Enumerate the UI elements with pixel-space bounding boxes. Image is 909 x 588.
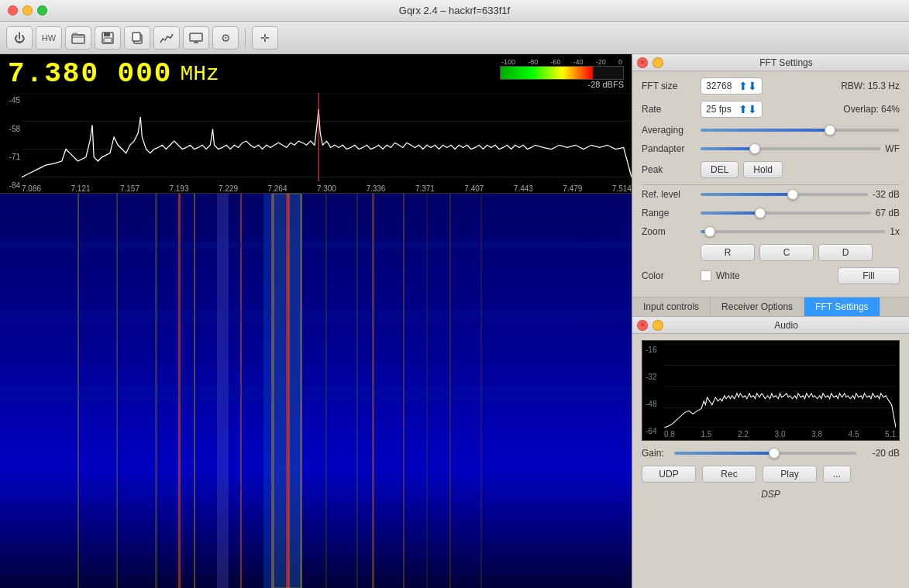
- save-button[interactable]: [95, 26, 121, 50]
- signal-level-bar: [501, 67, 593, 79]
- signal-label-80: -80: [528, 58, 538, 66]
- white-checkbox[interactable]: [701, 270, 711, 281]
- fft-roll-button[interactable]: [652, 57, 663, 68]
- zoom-slider-track: [701, 230, 885, 233]
- fill-button[interactable]: Fill: [838, 267, 900, 284]
- ref-level-slider-container[interactable]: [701, 188, 868, 201]
- x-label-7157: 7.157: [120, 184, 139, 193]
- range-slider-thumb[interactable]: [755, 208, 766, 218]
- rate-dropdown[interactable]: 25 fps ⬆⬇: [701, 101, 763, 118]
- x-label-7443: 7.443: [514, 184, 533, 193]
- udp-button[interactable]: UDP: [642, 466, 696, 483]
- panel-divider-1: [642, 184, 900, 185]
- audio-panel-titlebar: ✕ Audio: [632, 317, 909, 334]
- x-label-7407: 7.407: [464, 184, 484, 193]
- rec-button[interactable]: Rec: [702, 466, 756, 483]
- close-button[interactable]: [8, 5, 18, 15]
- audio-close-button[interactable]: ✕: [637, 320, 648, 331]
- open-button[interactable]: [65, 26, 91, 50]
- tab-input-controls[interactable]: Input controls: [632, 297, 711, 316]
- audio-y-16: -16: [646, 346, 656, 354]
- titlebar: Gqrx 2.4 – hackrf=633f1f: [0, 0, 909, 22]
- fft-size-arrow: ⬆⬇: [739, 80, 757, 92]
- zoom-value: 1x: [890, 226, 900, 237]
- move-button[interactable]: ✛: [252, 26, 278, 50]
- tab-receiver-options[interactable]: Receiver Options: [711, 297, 804, 316]
- pandapter-slider-track: [701, 147, 880, 150]
- right-panel: ✕ FFT Settings FFT size 32768 ⬆⬇ RBW: 15…: [632, 54, 909, 588]
- fft-settings-panel: ✕ FFT Settings FFT size 32768 ⬆⬇ RBW: 15…: [632, 54, 909, 297]
- averaging-slider-container[interactable]: [701, 124, 900, 136]
- signal-label-40: -40: [573, 58, 584, 66]
- pandapter-slider-container[interactable]: [701, 143, 880, 155]
- settings-button[interactable]: ⚙: [212, 26, 239, 50]
- gain-value: -20 dB: [861, 448, 900, 459]
- x-label-7121: 7.121: [71, 184, 90, 193]
- more-button[interactable]: ...: [823, 466, 851, 483]
- del-button[interactable]: DEL: [701, 161, 739, 178]
- zoom-label: Zoom: [642, 226, 696, 237]
- zoom-slider-thumb[interactable]: [704, 226, 715, 237]
- play-button[interactable]: Play: [763, 466, 817, 483]
- hold-button[interactable]: Hold: [743, 161, 783, 178]
- fft-close-button[interactable]: ✕: [637, 57, 648, 68]
- fft-size-value: 32768: [706, 81, 732, 91]
- gain-slider-thumb[interactable]: [769, 448, 780, 459]
- pandapter-slider-thumb[interactable]: [749, 143, 760, 154]
- ref-level-label: Ref. level: [642, 189, 696, 200]
- audio-plot: -16 -32 -48 -64 0.8 1.5: [642, 340, 900, 441]
- rcd-row: R C D: [642, 244, 900, 261]
- color-label: Color: [642, 270, 696, 281]
- maximize-button[interactable]: [37, 5, 47, 15]
- averaging-slider-thumb[interactable]: [825, 125, 835, 136]
- y-label-71: -71: [2, 153, 20, 161]
- power-button[interactable]: ⏻: [6, 26, 33, 50]
- tab-bar: Input controls Receiver Options FFT Sett…: [632, 297, 909, 317]
- svg-rect-37: [0, 482, 632, 491]
- audio-roll-button[interactable]: [652, 320, 663, 331]
- monitor-button[interactable]: [183, 26, 209, 50]
- range-slider-container[interactable]: [701, 207, 871, 219]
- minimize-button[interactable]: [22, 5, 33, 15]
- r-button[interactable]: R: [701, 244, 755, 261]
- gain-label: Gain:: [642, 448, 670, 459]
- x-label-7336: 7.336: [366, 184, 385, 193]
- pandapter-label: Pandapter: [642, 143, 696, 154]
- spectrum-plot[interactable]: -45 -58 -71 -84 7.086 7.121 7.157: [0, 93, 632, 194]
- spectrum-svg: [22, 93, 632, 181]
- svg-rect-36: [0, 386, 632, 401]
- chart-button[interactable]: [153, 26, 180, 50]
- y-label-58: -58: [2, 125, 20, 133]
- hardware-button[interactable]: HW: [36, 26, 62, 50]
- white-checkbox-label: White: [716, 270, 740, 281]
- ref-level-slider-thumb[interactable]: [787, 189, 798, 200]
- d-button[interactable]: D: [818, 244, 873, 261]
- tab-fft-settings[interactable]: FFT Settings: [804, 297, 880, 316]
- range-value: 67 dB: [876, 208, 900, 218]
- dsp-label: DSP: [632, 486, 909, 503]
- range-label: Range: [642, 208, 696, 218]
- gain-slider-container[interactable]: [674, 447, 856, 459]
- fft-size-dropdown[interactable]: 32768 ⬆⬇: [701, 77, 763, 95]
- peak-row: Peak DEL Hold: [642, 161, 900, 178]
- rate-row: Rate 25 fps ⬆⬇ Overlap: 64%: [642, 101, 900, 118]
- ref-level-row: Ref. level -32 dB: [642, 188, 900, 201]
- x-label-7193: 7.193: [169, 184, 188, 193]
- frequency-display: 7.380 000 MHz -100 -80 -60 -40 -20 0 -28…: [0, 54, 632, 93]
- window-title: Gqrx 2.4 – hackrf=633f1f: [399, 5, 510, 16]
- c-button[interactable]: C: [759, 244, 814, 261]
- copy-button[interactable]: [124, 26, 150, 50]
- main-container: 7.380 000 MHz -100 -80 -60 -40 -20 0 -28…: [0, 54, 909, 588]
- audio-y-64: -64: [646, 427, 656, 435]
- svg-rect-39: [274, 194, 301, 588]
- toolbar-separator: [245, 29, 246, 47]
- gain-slider-track: [674, 452, 856, 455]
- waterfall-panel[interactable]: [0, 194, 632, 588]
- y-label-84: -84: [2, 181, 20, 190]
- svg-rect-6: [190, 33, 202, 41]
- rate-arrow: ⬆⬇: [739, 103, 757, 115]
- white-checkbox-container[interactable]: White: [701, 270, 740, 281]
- zoom-slider-container[interactable]: [701, 225, 885, 238]
- range-row: Range 67 dB: [642, 207, 900, 219]
- x-label-7479: 7.479: [563, 184, 582, 193]
